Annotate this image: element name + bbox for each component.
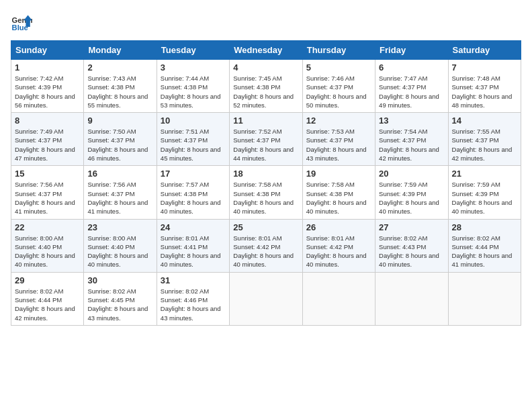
calendar-cell	[375, 272, 448, 325]
calendar-cell: 7 Sunrise: 7:48 AM Sunset: 4:37 PM Dayli…	[448, 60, 521, 113]
calendar-cell: 22 Sunrise: 8:00 AM Sunset: 4:40 PM Dayl…	[11, 219, 84, 272]
day-number: 4	[233, 62, 298, 73]
day-info: Sunrise: 7:51 AM Sunset: 4:37 PM Dayligh…	[161, 127, 226, 163]
day-info: Sunrise: 7:57 AM Sunset: 4:38 PM Dayligh…	[161, 180, 226, 216]
day-info: Sunrise: 7:59 AM Sunset: 4:39 PM Dayligh…	[379, 180, 444, 216]
calendar-week-row: 22 Sunrise: 8:00 AM Sunset: 4:40 PM Dayl…	[11, 219, 521, 272]
day-info: Sunrise: 8:01 AM Sunset: 4:42 PM Dayligh…	[306, 234, 371, 269]
day-info: Sunrise: 7:45 AM Sunset: 4:38 PM Dayligh…	[233, 74, 298, 109]
day-info: Sunrise: 7:44 AM Sunset: 4:38 PM Dayligh…	[161, 74, 226, 109]
day-info: Sunrise: 7:58 AM Sunset: 4:38 PM Dayligh…	[306, 180, 371, 216]
day-number: 17	[161, 169, 226, 179]
weekday-header-monday: Monday	[84, 41, 157, 60]
calendar-cell: 14 Sunrise: 7:55 AM Sunset: 4:37 PM Dayl…	[448, 113, 521, 166]
calendar-week-row: 29 Sunrise: 8:02 AM Sunset: 4:44 PM Dayl…	[11, 272, 521, 325]
calendar-cell	[230, 272, 302, 325]
day-number: 13	[379, 116, 444, 126]
day-info: Sunrise: 7:56 AM Sunset: 4:37 PM Dayligh…	[87, 180, 152, 216]
day-info: Sunrise: 7:56 AM Sunset: 4:37 PM Dayligh…	[15, 180, 80, 216]
day-number: 14	[452, 116, 517, 126]
day-info: Sunrise: 7:55 AM Sunset: 4:37 PM Dayligh…	[452, 127, 517, 163]
day-number: 19	[306, 169, 371, 179]
day-info: Sunrise: 7:46 AM Sunset: 4:37 PM Dayligh…	[306, 74, 371, 109]
day-info: Sunrise: 7:43 AM Sunset: 4:38 PM Dayligh…	[87, 74, 152, 109]
weekday-header-saturday: Saturday	[448, 41, 521, 60]
weekday-header-tuesday: Tuesday	[157, 41, 229, 60]
day-number: 24	[161, 222, 226, 232]
day-info: Sunrise: 7:50 AM Sunset: 4:37 PM Dayligh…	[87, 127, 152, 163]
day-number: 29	[15, 275, 80, 285]
day-number: 15	[15, 169, 80, 179]
calendar-cell: 17 Sunrise: 7:57 AM Sunset: 4:38 PM Dayl…	[157, 166, 229, 219]
day-number: 16	[87, 169, 152, 179]
calendar-cell: 16 Sunrise: 7:56 AM Sunset: 4:37 PM Dayl…	[84, 166, 157, 219]
svg-text:Blue: Blue	[12, 24, 28, 32]
calendar-cell: 21 Sunrise: 7:59 AM Sunset: 4:39 PM Dayl…	[448, 166, 521, 219]
weekday-header-sunday: Sunday	[11, 41, 84, 60]
day-info: Sunrise: 7:59 AM Sunset: 4:39 PM Dayligh…	[452, 180, 517, 216]
calendar-cell: 1 Sunrise: 7:42 AM Sunset: 4:39 PM Dayli…	[11, 60, 84, 113]
logo-icon: General Blue	[11, 11, 32, 32]
day-info: Sunrise: 7:53 AM Sunset: 4:37 PM Dayligh…	[306, 127, 371, 163]
calendar-table: SundayMondayTuesdayWednesdayThursdayFrid…	[11, 40, 521, 326]
calendar-cell	[448, 272, 521, 325]
calendar-cell: 27 Sunrise: 8:02 AM Sunset: 4:43 PM Dayl…	[375, 219, 448, 272]
calendar-cell: 11 Sunrise: 7:52 AM Sunset: 4:37 PM Dayl…	[230, 113, 302, 166]
calendar-cell: 13 Sunrise: 7:54 AM Sunset: 4:37 PM Dayl…	[375, 113, 448, 166]
calendar-cell: 12 Sunrise: 7:53 AM Sunset: 4:37 PM Dayl…	[302, 113, 375, 166]
logo: General Blue	[11, 11, 32, 32]
weekday-header-row: SundayMondayTuesdayWednesdayThursdayFrid…	[11, 41, 521, 60]
calendar-cell	[302, 272, 375, 325]
calendar-cell: 28 Sunrise: 8:02 AM Sunset: 4:44 PM Dayl…	[448, 219, 521, 272]
day-number: 30	[87, 275, 152, 285]
day-number: 9	[87, 116, 152, 126]
calendar-cell: 10 Sunrise: 7:51 AM Sunset: 4:37 PM Dayl…	[157, 113, 229, 166]
weekday-header-thursday: Thursday	[302, 41, 375, 60]
calendar-cell: 20 Sunrise: 7:59 AM Sunset: 4:39 PM Dayl…	[375, 166, 448, 219]
calendar-cell: 23 Sunrise: 8:00 AM Sunset: 4:40 PM Dayl…	[84, 219, 157, 272]
day-info: Sunrise: 8:02 AM Sunset: 4:44 PM Dayligh…	[15, 287, 80, 322]
day-info: Sunrise: 7:42 AM Sunset: 4:39 PM Dayligh…	[15, 74, 80, 109]
calendar-cell: 24 Sunrise: 8:01 AM Sunset: 4:41 PM Dayl…	[157, 219, 229, 272]
day-number: 22	[15, 222, 80, 232]
day-info: Sunrise: 8:00 AM Sunset: 4:40 PM Dayligh…	[15, 234, 80, 269]
calendar-cell: 30 Sunrise: 8:02 AM Sunset: 4:45 PM Dayl…	[84, 272, 157, 325]
day-number: 25	[233, 222, 298, 232]
day-info: Sunrise: 7:49 AM Sunset: 4:37 PM Dayligh…	[15, 127, 80, 163]
day-number: 1	[15, 62, 80, 73]
day-info: Sunrise: 8:01 AM Sunset: 4:42 PM Dayligh…	[233, 234, 298, 269]
calendar-week-row: 15 Sunrise: 7:56 AM Sunset: 4:37 PM Dayl…	[11, 166, 521, 219]
calendar-week-row: 1 Sunrise: 7:42 AM Sunset: 4:39 PM Dayli…	[11, 60, 521, 113]
day-info: Sunrise: 7:48 AM Sunset: 4:37 PM Dayligh…	[452, 74, 517, 109]
page-header: General Blue	[11, 11, 521, 32]
day-number: 5	[306, 62, 371, 73]
calendar-cell: 5 Sunrise: 7:46 AM Sunset: 4:37 PM Dayli…	[302, 60, 375, 113]
calendar-cell: 15 Sunrise: 7:56 AM Sunset: 4:37 PM Dayl…	[11, 166, 84, 219]
day-number: 10	[161, 116, 226, 126]
weekday-header-wednesday: Wednesday	[230, 41, 302, 60]
day-info: Sunrise: 8:01 AM Sunset: 4:41 PM Dayligh…	[161, 234, 226, 269]
day-number: 11	[233, 116, 298, 126]
day-number: 28	[452, 222, 517, 232]
day-number: 8	[15, 116, 80, 126]
day-number: 6	[379, 62, 444, 73]
calendar-cell: 26 Sunrise: 8:01 AM Sunset: 4:42 PM Dayl…	[302, 219, 375, 272]
day-info: Sunrise: 7:47 AM Sunset: 4:37 PM Dayligh…	[379, 74, 444, 109]
calendar-cell: 4 Sunrise: 7:45 AM Sunset: 4:38 PM Dayli…	[230, 60, 302, 113]
day-info: Sunrise: 7:58 AM Sunset: 4:38 PM Dayligh…	[233, 180, 298, 216]
calendar-cell: 29 Sunrise: 8:02 AM Sunset: 4:44 PM Dayl…	[11, 272, 84, 325]
calendar-cell: 2 Sunrise: 7:43 AM Sunset: 4:38 PM Dayli…	[84, 60, 157, 113]
day-info: Sunrise: 8:02 AM Sunset: 4:43 PM Dayligh…	[379, 234, 444, 269]
day-info: Sunrise: 8:02 AM Sunset: 4:45 PM Dayligh…	[87, 287, 152, 322]
day-number: 23	[87, 222, 152, 232]
day-number: 21	[452, 169, 517, 179]
day-number: 7	[452, 62, 517, 73]
day-info: Sunrise: 7:54 AM Sunset: 4:37 PM Dayligh…	[379, 127, 444, 163]
calendar-cell: 31 Sunrise: 8:02 AM Sunset: 4:46 PM Dayl…	[157, 272, 229, 325]
calendar-cell: 18 Sunrise: 7:58 AM Sunset: 4:38 PM Dayl…	[230, 166, 302, 219]
day-number: 27	[379, 222, 444, 232]
day-info: Sunrise: 8:02 AM Sunset: 4:46 PM Dayligh…	[161, 287, 226, 322]
day-number: 2	[87, 62, 152, 73]
calendar-cell: 6 Sunrise: 7:47 AM Sunset: 4:37 PM Dayli…	[375, 60, 448, 113]
day-number: 26	[306, 222, 371, 232]
